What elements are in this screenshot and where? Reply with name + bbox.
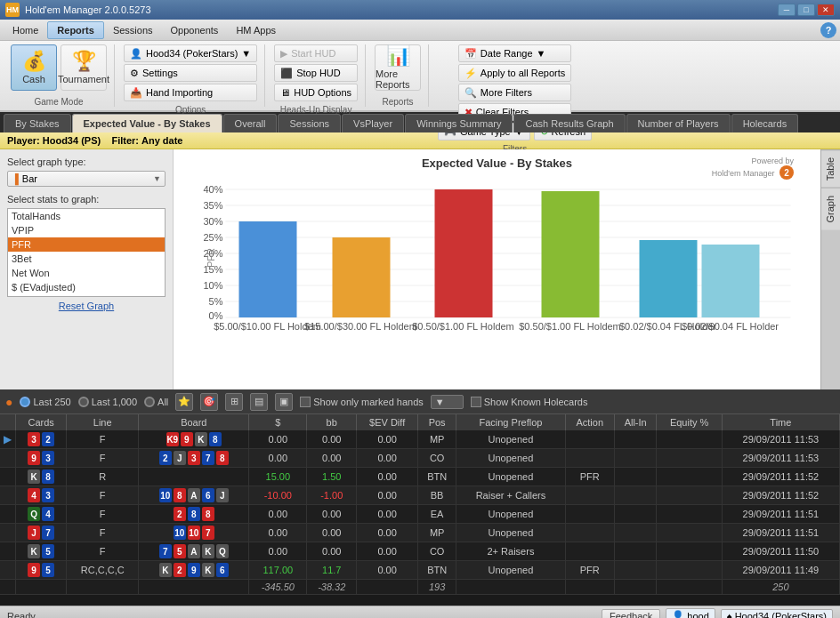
tab-cash-results-graph[interactable]: Cash Results Graph (513, 114, 625, 132)
stat-vpip[interactable]: VPIP (8, 223, 165, 237)
close-button[interactable]: ✕ (817, 4, 835, 16)
bar-filter-button[interactable]: ▤ (250, 393, 268, 411)
all-radio[interactable]: All (144, 397, 168, 407)
table-row[interactable]: K8R15.001.500.00BTNUnopenedPFR29/09/2011… (0, 468, 840, 486)
tab-overall[interactable]: Overall (223, 114, 278, 132)
settings-button[interactable]: ⚙ Settings (124, 64, 257, 82)
stat-bb100[interactable]: bb/100 (8, 294, 165, 297)
card-chip: 8 (42, 470, 54, 484)
extra-filter-button[interactable]: ▣ (275, 393, 293, 411)
menu-reports[interactable]: Reports (47, 21, 104, 39)
card-chip: 5 (42, 563, 54, 577)
hud-options-button[interactable]: 🖥 HUD Options (274, 84, 358, 101)
tournament-button[interactable]: 🏆 Tournament (61, 44, 107, 91)
stat-3bet[interactable]: 3Bet (8, 252, 165, 266)
chip-filter-button[interactable]: 🎯 (200, 393, 218, 411)
stat-pfr[interactable]: PFR (8, 237, 165, 252)
player-selector-button[interactable]: 👤 Hood34 (PokerStars) ▼ (124, 44, 257, 62)
table-row[interactable]: Q4F2880.000.000.00EAUnopened29/09/2011 1… (0, 505, 840, 524)
card-chip: 5 (174, 544, 186, 558)
pokerstars-icon: ♠ (727, 611, 732, 619)
summary-row: -345.50 -38.32 193 250 (0, 580, 840, 595)
card-chip: 3 (28, 432, 40, 446)
show-holecards[interactable]: Show Known Holecards (471, 397, 588, 407)
holecards-checkbox[interactable] (471, 397, 481, 407)
cash-button[interactable]: 💰 Cash (11, 44, 57, 91)
table-row[interactable]: K5F75AKQ0.000.000.00CO2+ Raisers29/09/20… (0, 542, 840, 561)
filter-value: Any date (141, 135, 182, 146)
maximize-button[interactable]: □ (797, 4, 815, 16)
start-hud-button[interactable]: ▶ Start HUD (274, 44, 358, 62)
table-row[interactable]: 93F2J3780.000.000.00COUnopened29/09/2011… (0, 449, 840, 468)
card-chip: 4 (28, 488, 40, 502)
svg-text:$0.02/$0.04 FL Holder: $0.02/$0.04 FL Holder (682, 321, 779, 332)
marked-hands-checkbox[interactable] (300, 397, 311, 407)
svg-text:PFR: PFR (206, 248, 216, 268)
tab-vsplayer[interactable]: VsPlayer (342, 114, 404, 132)
col-cards-header: Cards (16, 414, 67, 430)
graph-tab[interactable]: Graph (821, 188, 840, 230)
bullet-icon: ● (5, 395, 12, 409)
card-chip: 10 (188, 526, 200, 540)
stat-ev[interactable]: $ (EVadjusted) (8, 280, 165, 294)
tab-sessions[interactable]: Sessions (278, 114, 341, 132)
card-chip: A (188, 544, 200, 558)
stop-hud-button[interactable]: ⬛ Stop HUD (274, 64, 358, 82)
stat-netwon[interactable]: Net Won (8, 266, 165, 280)
card-chip: 10 (159, 488, 172, 502)
user-icon: 👤 (672, 610, 684, 618)
table-row[interactable]: 43F108A6J-10.00-1.000.00BBRaiser + Calle… (0, 486, 840, 505)
filter-icon: 🔍 (464, 87, 477, 99)
user-name: hood (687, 611, 708, 619)
last1000-radio[interactable]: Last 1,000 (78, 397, 137, 407)
card-chip: 2 (174, 507, 186, 521)
menu-home[interactable]: Home (4, 22, 47, 38)
help-button[interactable]: ? (820, 22, 836, 38)
more-filters-button[interactable]: 🔍 More Filters (458, 84, 571, 101)
menu-sessions[interactable]: Sessions (104, 22, 162, 38)
apply-all-button[interactable]: ⚡ Apply to all Reports (458, 64, 571, 82)
date-range-button[interactable]: 📅 Date Range ▼ (458, 44, 571, 62)
card-chip: 9 (181, 432, 193, 446)
graph-type-label: Select graph type: (7, 157, 166, 167)
filter-dropdown[interactable]: ▼ (431, 395, 464, 409)
stat-totalhands[interactable]: TotalHands (8, 209, 165, 223)
tab-by-stakes[interactable]: By Stakes (4, 114, 71, 132)
cash-icon: 💰 (22, 52, 46, 71)
more-reports-button[interactable]: 📊 More Reports (375, 44, 421, 91)
import-icon: 📥 (130, 87, 142, 99)
reports-label: Reports (383, 93, 414, 107)
person-icon: 👤 (130, 48, 142, 60)
tab-holecards[interactable]: Holecards (731, 114, 799, 132)
hand-importing-button[interactable]: 📥 Hand Importing (124, 84, 257, 101)
reports-icon: 📊 (386, 46, 410, 66)
tournament-icon: 🏆 (72, 52, 96, 71)
card-chip: K9 (166, 432, 179, 446)
star-filter-button[interactable]: ⭐ (175, 393, 193, 411)
reset-graph-link[interactable]: Reset Graph (59, 301, 114, 311)
hud-buttons: ▶ Start HUD ⬛ Stop HUD 🖥 HUD Options (274, 44, 358, 101)
tab-num-players[interactable]: Number of Players (626, 114, 731, 132)
options-buttons: 👤 Hood34 (PokerStars) ▼ ⚙ Settings 📥 Han… (124, 44, 257, 101)
feedback-button[interactable]: Feedback (602, 609, 660, 619)
show-marked-hands[interactable]: Show only marked hands (300, 397, 424, 407)
svg-text:5%: 5% (209, 296, 223, 307)
table-row[interactable]: ▶32FK99K80.000.000.00MPUnopened29/09/201… (0, 430, 840, 449)
tab-ev-by-stakes[interactable]: Expected Value - By Stakes (72, 114, 222, 132)
graph-type-select[interactable]: ▐ Bar ▼ (7, 171, 166, 187)
svg-text:0%: 0% (209, 310, 223, 321)
col-ev: $EV Diff (357, 414, 418, 430)
menu-opponents[interactable]: Opponents (162, 22, 228, 38)
grid-filter-button[interactable]: ⊞ (225, 393, 243, 411)
card-chip: K (159, 563, 172, 577)
table-row[interactable]: J7F101070.000.000.00MPUnopened29/09/2011… (0, 524, 840, 542)
col-line: Line (67, 414, 139, 430)
menu-hmapps[interactable]: HM Apps (227, 22, 285, 38)
last250-radio[interactable]: Last 250 (20, 397, 70, 407)
stop-icon: ⬛ (280, 68, 293, 79)
minimize-button[interactable]: ─ (778, 4, 796, 16)
hand-section: ● Last 250 Last 1,000 All ⭐ 🎯 ⊞ ▤ ▣ (0, 389, 840, 606)
table-tab[interactable]: Table (821, 149, 840, 188)
table-row[interactable]: 95RC,C,C,CK29K6117.0011.70.00BTNUnopened… (0, 561, 840, 580)
tab-winnings-summary[interactable]: Winnings Summary (405, 114, 513, 132)
